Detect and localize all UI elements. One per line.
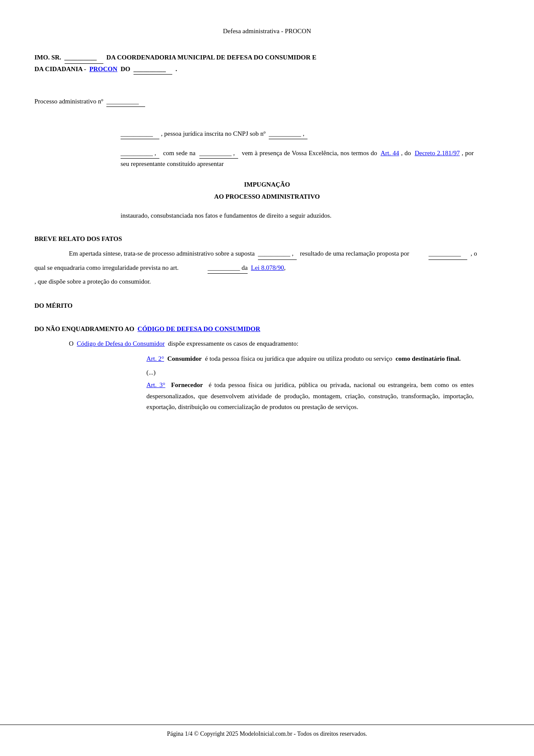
header-line2: DA CIDADANIA - PROCON DO __________ . <box>34 64 500 75</box>
art3-bold: Fornecedor <box>171 381 203 388</box>
footer: Página 1/4 © Copyright 2025 ModeloInicia… <box>0 725 534 739</box>
header-line1: IMO. SR. __________ DA COORDENADORIA MUN… <box>34 52 500 64</box>
art2-ellipsis: (...) <box>146 367 474 378</box>
relato-paragraph: Em apertada síntese, trata-se de process… <box>69 248 500 260</box>
decreto-link[interactable]: Decreto 2.181/97 <box>415 150 460 156</box>
nao-enquadramento-heading: DO NÃO ENQUADRAMENTO AO CÓDIGO DE DEFESA… <box>34 324 500 334</box>
lei-link[interactable]: Lei 8.078/90 <box>251 264 284 271</box>
imo-sr-label: IMO. SR. <box>34 54 61 61</box>
process-label: Processo administrativo nº <box>34 98 103 105</box>
codigo-suffix: dispõe expressamente os casos de enquadr… <box>168 340 298 347</box>
intro-paragraph-2: __________ , com sede na __________ , ve… <box>121 148 474 169</box>
header-coordenadoria: DA COORDENADORIA MUNICIPAL DE DEFESA DO … <box>106 54 317 61</box>
vem-text: vem à presença de Vossa Excelência, nos … <box>242 150 377 156</box>
impugnacao-title: IMPUGNAÇÃO <box>34 179 500 190</box>
do-merito-heading: DO MÉRITO <box>34 300 500 311</box>
blank-name: __________ <box>65 52 103 64</box>
codigo-link2[interactable]: Código de Defesa do Consumidor <box>77 340 165 347</box>
page-title: Defesa administrativa - PROCON <box>34 26 500 36</box>
company-blank: __________ <box>121 128 159 139</box>
art2-bold-final: como destinatário final. <box>395 355 460 362</box>
art3-paragraph: Art. 3° Fornecedor é toda pessoa física … <box>146 380 474 413</box>
intro-paragraph: __________ , pessoa jurídica inscrita no… <box>121 128 474 139</box>
blank2: __________ , <box>121 148 159 159</box>
codigo-o: O <box>69 340 74 347</box>
relato-intro: Em apertada síntese, trata-se de process… <box>69 250 255 257</box>
instaurado-paragraph: instaurado, consubstanciada nos fatos e … <box>121 210 474 221</box>
art2-link[interactable]: Art. 2° <box>146 355 164 362</box>
art2-rest: é toda pessoa física ou jurídica que adq… <box>205 355 392 362</box>
blank-city: __________ <box>134 64 172 75</box>
period: . <box>176 66 177 72</box>
relato-text2: resultado de uma reclamação proposta por <box>300 250 410 257</box>
footer-text: Página 1/4 © Copyright 2025 ModeloInicia… <box>167 731 367 737</box>
art3-link[interactable]: Art. 3° <box>146 381 165 388</box>
do-text: , do <box>401 150 411 156</box>
relato-text3: , o <box>471 250 477 257</box>
relato-blank2: __________ <box>428 248 467 260</box>
art2-bold: Consumidor <box>168 355 202 362</box>
header-block: IMO. SR. __________ DA COORDENADORIA MUN… <box>34 52 500 75</box>
art2-paragraph: Art. 2° Consumidor é toda pessoa física … <box>146 353 474 365</box>
codigo-link[interactable]: CÓDIGO DE DEFESA DO CONSUMIDOR <box>137 325 260 332</box>
do-label: DO <box>121 66 130 72</box>
pessoa-juridica-text: , pessoa jurídica inscrita no CNPJ sob n… <box>161 130 266 137</box>
impugnacao-subtitle: AO PROCESSO ADMINISTRATIVO <box>34 191 500 202</box>
process-block: Processo administrativo nº __________ <box>34 96 500 107</box>
codigo-paragraph: O Código de Defesa do Consumidor dispõe … <box>69 338 500 350</box>
relato-paragraph-3: , que dispõe sobre a proteção do consumi… <box>34 276 500 287</box>
relato-blank1: __________ , <box>258 248 297 260</box>
relato-paragraph-2: qual se enquadraria como irregularidade … <box>34 262 500 274</box>
procon-link[interactable]: PROCON <box>90 66 118 72</box>
nao-enquadramento-text: DO NÃO ENQUADRAMENTO AO <box>34 325 134 332</box>
sede-blank: __________ , <box>199 148 238 159</box>
relato-blank3: __________ da <box>208 262 248 274</box>
cnpj-blank: __________ , <box>269 128 307 139</box>
process-blank: __________ <box>106 96 145 107</box>
art44-link[interactable]: Art. 44 <box>381 150 399 156</box>
da-cidadania-label: DA CIDADANIA - <box>34 66 86 72</box>
relato-qual: qual se enquadraria como irregularidade … <box>34 264 179 271</box>
breve-relato-heading: BREVE RELATO DOS FATOS <box>34 234 500 244</box>
com-sede-text: com sede na <box>163 150 196 156</box>
